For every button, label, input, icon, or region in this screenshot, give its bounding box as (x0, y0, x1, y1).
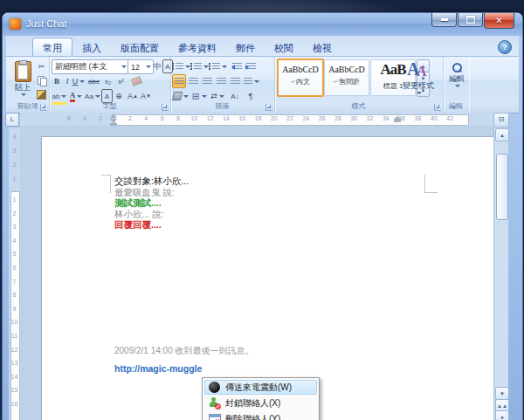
menu-item-delete-contact[interactable]: 刪除聯絡人(Y) (204, 411, 317, 420)
minimize-button[interactable] (431, 13, 457, 27)
first-line-indent-marker[interactable] (110, 114, 117, 118)
ribbon-tabs: 常用 插入 版面配置 參考資料 郵件 校閱 檢視 (32, 39, 341, 56)
chevron-down-icon (202, 95, 207, 98)
line-spacing-button[interactable] (243, 74, 260, 88)
maximize-icon (466, 16, 475, 24)
select-browse-object-button[interactable]: ● (495, 410, 509, 420)
hyperlink[interactable]: http://magic-muggle (114, 363, 202, 374)
chat-line: 測試測試.... (114, 197, 189, 209)
underline-button[interactable]: U (72, 74, 85, 88)
strikethrough-icon: abc (88, 78, 100, 86)
phonetic-guide-button[interactable]: 中 (151, 59, 163, 73)
vertical-scrollbar[interactable]: ▲ ▼ ▲▲ ● ▼▼ (493, 127, 508, 420)
ruler-number: 1 (9, 176, 20, 182)
style-body-text[interactable]: AaBbCcD ↵內文 (277, 59, 324, 97)
horizontal-ruler[interactable]: 642 246810121416182022242628303234363840… (20, 113, 507, 126)
increase-indent-icon (246, 63, 256, 71)
tab-home[interactable]: 常用 (32, 38, 72, 56)
ruler-number: 12 (207, 115, 214, 121)
chevron-down-icon (61, 95, 66, 98)
menu-item-send-nudge[interactable]: 傳送來電震動(W) (204, 380, 317, 395)
style-name: 內文 (296, 78, 310, 86)
ruler-number: 3 (9, 224, 20, 230)
font-name-combo[interactable]: 新細明體 (本文 (52, 59, 129, 74)
scissors-icon: ✂ (38, 62, 45, 71)
paste-button[interactable]: 貼上 (9, 59, 37, 105)
superscript-button[interactable]: x² (114, 74, 128, 88)
group-label-font: 字型 (49, 101, 170, 111)
align-left-button[interactable] (172, 74, 186, 88)
cut-button[interactable]: ✂ (35, 59, 48, 73)
ruler-number: 10 (190, 115, 197, 121)
chat-line: 回覆回覆.... (114, 219, 189, 231)
text-boundary-mark-left (101, 175, 111, 193)
ruler-number: 22 (286, 115, 293, 121)
asian-layout-icon: ⇄ (210, 92, 217, 100)
help-icon[interactable]: ? (498, 40, 512, 54)
tab-mailings[interactable]: 郵件 (226, 39, 265, 56)
close-button[interactable]: ✕ (484, 13, 514, 29)
menu-item-label: 封鎖聯絡人(X) (225, 397, 280, 410)
group-clipboard: 貼上 ✂ 剪貼簿 (6, 57, 50, 112)
editing-label: 編輯 (449, 73, 465, 85)
tab-insert[interactable]: 插入 (72, 39, 111, 56)
group-font: 新細明體 (本文 12 中 A B I U abc x₂ x² ab A Aa … (49, 57, 171, 112)
copy-button[interactable] (35, 73, 48, 87)
format-painter-button[interactable] (35, 87, 48, 101)
clear-formatting-button[interactable] (129, 74, 143, 88)
styles-dialog-launcher[interactable] (434, 104, 441, 111)
style-no-spacing[interactable]: AaBbCcD ↵無間距 (324, 59, 369, 96)
tab-page-layout[interactable]: 版面配置 (111, 39, 169, 56)
close-icon: ✕ (495, 16, 502, 25)
align-right-button[interactable] (200, 74, 214, 88)
bullets-button[interactable] (172, 59, 190, 73)
app-icon (10, 18, 21, 30)
increase-indent-button[interactable] (244, 59, 258, 73)
ruler-number: 2 (9, 210, 20, 216)
tab-review[interactable]: 校閱 (265, 39, 303, 56)
style-name: 無間距 (339, 78, 360, 86)
justify-button[interactable] (214, 74, 228, 88)
document-area: 交談對象:林小欣... 最愛吸血鬼 說: 測試測試.... 林小欣... 說: … (20, 126, 493, 420)
borders-icon: ⊞ (191, 91, 199, 102)
change-styles-icon: AA (407, 59, 430, 80)
align-center-button[interactable] (186, 74, 200, 88)
distribute-button[interactable] (228, 74, 242, 88)
app-window: Just Chat ✕ 常用 插入 版面配置 參考資料 郵件 校閱 檢視 ? (2, 12, 523, 420)
group-label-paragraph: 段落 (170, 101, 274, 111)
scrollbar-thumb[interactable] (496, 154, 508, 220)
ruler-number: 38 (414, 115, 421, 121)
ruler-number: 34 (383, 115, 390, 121)
decrease-indent-icon (232, 63, 242, 71)
subscript-button[interactable]: x₂ (101, 74, 114, 88)
strikethrough-button[interactable]: abc (86, 74, 101, 88)
font-dialog-launcher[interactable] (162, 104, 169, 111)
italic-icon: I (66, 77, 69, 86)
ruler-toggle-button[interactable]: ⊟ (493, 113, 509, 127)
italic-button[interactable]: I (62, 74, 72, 88)
clipboard-icon (15, 61, 31, 82)
menu-item-block-contact[interactable]: 封鎖聯絡人(X) (204, 396, 317, 410)
chat-line: 林小欣... 說: (114, 209, 189, 220)
numbering-button[interactable] (190, 59, 208, 73)
title-bar[interactable]: Just Chat ✕ (3, 13, 522, 36)
tab-view[interactable]: 檢視 (303, 39, 341, 56)
chevron-down-icon (21, 93, 26, 96)
ruler-number: 10 (9, 319, 20, 325)
vertical-ruler[interactable]: 4321 12345678910111213141516 (9, 127, 20, 420)
decrease-indent-button[interactable] (230, 59, 244, 73)
pilcrow-icon: ¶ (249, 92, 253, 100)
font-size-value: 12 (131, 63, 140, 72)
paragraph-dialog-launcher[interactable] (265, 104, 272, 111)
clipboard-dialog-launcher[interactable] (40, 104, 47, 111)
maximize-button[interactable] (458, 13, 483, 27)
ruler-number: 13 (9, 360, 20, 366)
tab-references[interactable]: 參考資料 (169, 39, 226, 56)
multilevel-list-button[interactable] (209, 59, 226, 73)
tab-stop-selector[interactable]: L (5, 113, 19, 127)
font-size-combo[interactable]: 12 (128, 59, 154, 74)
scroll-up-button[interactable]: ▲ (495, 128, 509, 141)
bold-button[interactable]: B (52, 74, 62, 88)
scroll-down-button[interactable]: ▼ (495, 387, 509, 400)
ruler-number: 16 (9, 401, 20, 407)
